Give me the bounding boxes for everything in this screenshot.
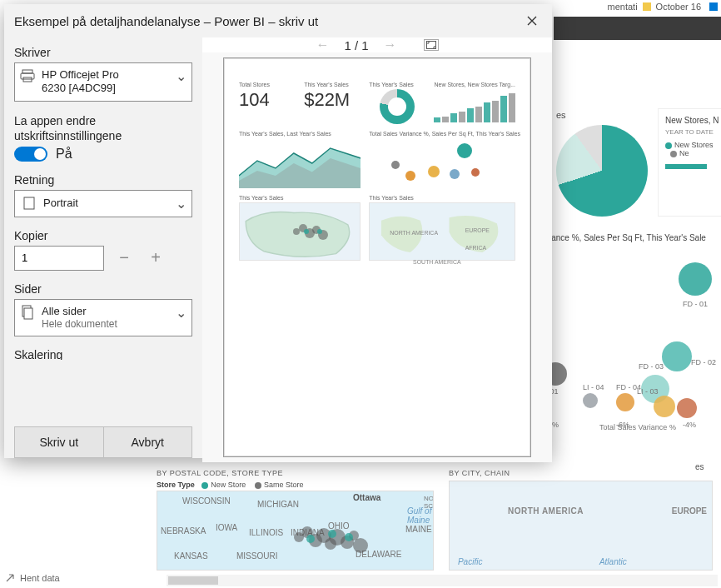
tile-title: New Stores, New Stores Targ... bbox=[434, 82, 515, 87]
chevron-down-icon: ⌄ bbox=[176, 196, 186, 212]
pie-es-fragment bbox=[556, 125, 648, 217]
fullscreen-icon bbox=[426, 41, 436, 49]
favicon-weather-icon bbox=[643, 2, 651, 11]
copies-decrement[interactable]: − bbox=[112, 247, 136, 270]
copies-increment[interactable]: + bbox=[144, 247, 167, 270]
chevron-down-icon: ⌄ bbox=[176, 68, 186, 84]
bubble-label: FD - 01 bbox=[683, 300, 708, 308]
svg-point-8 bbox=[353, 538, 368, 553]
section-pages: Sider Alle sider Hele dokumentet ⌄ bbox=[14, 282, 192, 336]
close-button[interactable] bbox=[519, 7, 545, 34]
bubble-fd04 bbox=[616, 393, 634, 411]
tile-title: This Year's Sales, Last Year's Sales bbox=[239, 131, 360, 137]
map-label: KANSAS bbox=[174, 551, 208, 561]
orientation-value: Portrait bbox=[43, 197, 169, 210]
let-app-label-1: La appen endre bbox=[14, 113, 192, 128]
tile-map-right: This Year's Sales NORTH AMERICA SOUTH AM… bbox=[369, 195, 515, 261]
tile-variance-scatter: Total Sales Variance %, Sales Per Sq Ft,… bbox=[369, 131, 515, 188]
map-left-title: BY POSTAL CODE, STORE TYPE bbox=[157, 469, 434, 477]
mini-map-us bbox=[239, 202, 360, 261]
get-data-link[interactable]: Hent data bbox=[5, 573, 60, 583]
map-label: MISSOURI bbox=[236, 551, 277, 561]
print-button[interactable]: Skriv ut bbox=[14, 426, 104, 458]
preview-page: Total Stores 104 This Year's Sales $22M … bbox=[223, 57, 531, 457]
legend-dot-icon bbox=[201, 482, 208, 489]
get-data-label: Hent data bbox=[20, 573, 60, 583]
map-label: MAINE bbox=[405, 525, 432, 534]
close-icon bbox=[527, 16, 537, 26]
print-dialog: Eksempel på detaljhandelanalyse – Power … bbox=[4, 4, 552, 458]
svg-rect-13 bbox=[21, 73, 34, 79]
bubble-fd01 bbox=[679, 262, 712, 296]
print-preview-pane: ← 1 / 1 → Total Stores 104 bbox=[202, 37, 552, 458]
bubble-chart[interactable]: FD - 01 FD - 02 FD - 03 FD - 04 LI - 01 … bbox=[537, 258, 720, 433]
bubble-label: FD - 02 bbox=[691, 358, 716, 366]
map-city-chain[interactable]: NORTH AMERICA EUROPE Pacific Atlantic bbox=[449, 481, 713, 571]
tile-title: This Year's Sales bbox=[369, 82, 425, 87]
svg-point-27 bbox=[317, 229, 322, 234]
x-tick: -4% bbox=[683, 421, 696, 429]
map-label: IOWA bbox=[216, 523, 237, 532]
tab-fragment-left: mentati bbox=[608, 2, 638, 12]
dialog-titlebar: Eksempel på detaljhandelanalyse – Power … bbox=[4, 4, 552, 37]
next-page-button[interactable]: → bbox=[384, 37, 397, 52]
fullscreen-button[interactable] bbox=[424, 39, 439, 51]
prev-page-button[interactable]: ← bbox=[316, 37, 329, 52]
svg-text:AFRICA: AFRICA bbox=[465, 245, 487, 251]
section-printer: Skriver HP Officejet Pro 6230 [A4DC99] ⌄ bbox=[14, 46, 192, 102]
card-es-fragment-label: es bbox=[556, 110, 566, 120]
section-scaling-cutoff: Skalering bbox=[14, 348, 192, 360]
horizontal-scrollbar[interactable] bbox=[167, 575, 718, 586]
card-new-stores[interactable]: New Stores, N YEAR TO DATE New Stores Ne bbox=[658, 108, 721, 217]
legend-item: New Store bbox=[211, 481, 246, 489]
mini-area-chart bbox=[239, 138, 360, 188]
cancel-button[interactable]: Avbryt bbox=[104, 426, 193, 458]
map-label: MICHIGAN bbox=[257, 500, 299, 509]
mini-map-world: NORTH AMERICA SOUTH AMERICA EUROPE AFRIC… bbox=[369, 202, 515, 261]
svg-text:EUROPE: EUROPE bbox=[465, 227, 490, 233]
legend-ne: Ne bbox=[679, 149, 689, 157]
map-label: NEBRASKA bbox=[161, 526, 206, 536]
mini-scatter bbox=[369, 138, 515, 188]
copies-input[interactable] bbox=[14, 246, 104, 271]
copies-label: Kopier bbox=[14, 229, 192, 242]
donut-icon bbox=[380, 89, 415, 124]
card-new-stores-legend: New Stores Ne bbox=[665, 141, 721, 157]
kpi-value: 104 bbox=[239, 89, 296, 111]
let-app-label-2: utskriftsinnstillingene bbox=[14, 128, 192, 143]
svg-point-26 bbox=[304, 229, 309, 234]
orientation-select[interactable]: Portrait ⌄ bbox=[14, 190, 192, 217]
pages-value-1: Alle sider bbox=[42, 305, 169, 318]
svg-point-10 bbox=[328, 530, 336, 538]
svg-text:NORTH AMERICA: NORTH AMERICA bbox=[390, 230, 439, 236]
tab-fragment-right: October 16 bbox=[656, 2, 701, 12]
bubble-extra bbox=[677, 398, 697, 418]
map-postal-code[interactable]: WISCONSIN MICHIGAN NEBRASKA IOWA ILLINOI… bbox=[157, 491, 434, 571]
bubble-li03 bbox=[654, 396, 675, 417]
pages-label: Sider bbox=[14, 282, 192, 296]
section-copies: Kopier − + bbox=[14, 229, 192, 271]
bubble-label: LI - 04 bbox=[583, 383, 604, 391]
map-left-legend: Store Type New Store Same Store bbox=[157, 481, 434, 489]
svg-rect-12 bbox=[22, 70, 32, 73]
preview-toolbar: ← 1 / 1 → bbox=[202, 37, 552, 52]
kpi-value: $22M bbox=[304, 89, 360, 111]
bubble-x-axis-label: Total Sales Variance % bbox=[599, 423, 676, 431]
pages-value-2: Hele dokumentet bbox=[42, 318, 169, 331]
let-app-toggle[interactable] bbox=[14, 147, 47, 162]
printer-select[interactable]: HP Officejet Pro 6230 [A4DC99] ⌄ bbox=[14, 62, 192, 102]
legend-dot-icon bbox=[255, 482, 261, 489]
section-orientation: Retning Portrait ⌄ bbox=[14, 173, 192, 217]
section-let-app: La appen endre utskriftsinnstillingene P… bbox=[14, 113, 192, 162]
legend-dot-icon bbox=[670, 151, 677, 157]
toggle-state-text: På bbox=[56, 147, 72, 162]
print-settings-panel: Skriver HP Officejet Pro 6230 [A4DC99] ⌄… bbox=[4, 37, 202, 458]
tile-title: Total Sales Variance %, Sales Per Sq Ft,… bbox=[369, 131, 515, 137]
map-label: NORTH AMERICA bbox=[508, 506, 584, 516]
svg-rect-17 bbox=[24, 308, 32, 319]
scrollbar-thumb[interactable] bbox=[168, 576, 218, 585]
pages-select[interactable]: Alle sider Hele dokumentet ⌄ bbox=[14, 299, 192, 336]
external-link-icon bbox=[5, 573, 15, 583]
page-portrait-icon bbox=[22, 197, 37, 210]
preview-stage[interactable]: Total Stores 104 This Year's Sales $22M … bbox=[202, 52, 552, 462]
